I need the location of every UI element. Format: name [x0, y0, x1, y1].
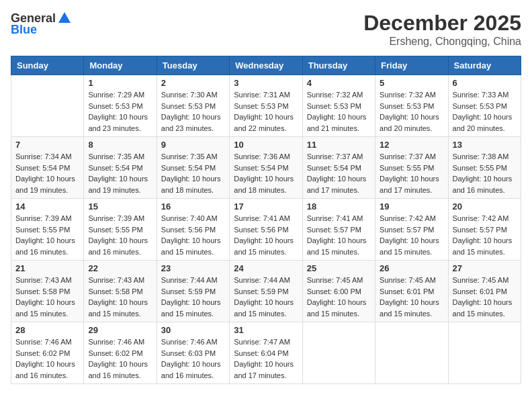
day-info: Sunrise: 7:35 AM Sunset: 5:54 PM Dayligh…	[88, 151, 152, 195]
table-row: 28Sunrise: 7:46 AM Sunset: 6:02 PM Dayli…	[11, 322, 84, 384]
calendar-week-1: 1Sunrise: 7:29 AM Sunset: 5:53 PM Daylig…	[11, 75, 521, 137]
day-info: Sunrise: 7:46 AM Sunset: 6:02 PM Dayligh…	[88, 336, 152, 381]
table-row: 8Sunrise: 7:35 AM Sunset: 5:54 PM Daylig…	[84, 137, 157, 199]
day-number: 10	[234, 140, 298, 150]
table-row: 15Sunrise: 7:39 AM Sunset: 5:55 PM Dayli…	[84, 199, 157, 261]
table-row: 27Sunrise: 7:45 AM Sunset: 6:01 PM Dayli…	[448, 261, 521, 322]
table-row: 1Sunrise: 7:29 AM Sunset: 5:53 PM Daylig…	[84, 75, 157, 137]
table-row: 18Sunrise: 7:41 AM Sunset: 5:57 PM Dayli…	[302, 199, 375, 261]
col-sunday: Sunday	[11, 56, 84, 75]
day-number: 1	[88, 78, 152, 88]
header: General Blue December 2025 Ersheng, Chon…	[11, 11, 521, 48]
table-row: 2Sunrise: 7:30 AM Sunset: 5:53 PM Daylig…	[157, 75, 229, 137]
svg-marker-0	[58, 12, 71, 23]
table-row	[302, 322, 375, 384]
table-row	[375, 322, 448, 384]
table-row: 12Sunrise: 7:37 AM Sunset: 5:55 PM Dayli…	[375, 137, 448, 199]
logo-text: General Blue	[11, 11, 73, 37]
table-row: 31Sunrise: 7:47 AM Sunset: 6:04 PM Dayli…	[230, 322, 302, 384]
day-number: 15	[88, 201, 152, 212]
table-row: 7Sunrise: 7:34 AM Sunset: 5:54 PM Daylig…	[11, 137, 84, 199]
day-info: Sunrise: 7:39 AM Sunset: 5:55 PM Dayligh…	[15, 213, 79, 257]
day-info: Sunrise: 7:45 AM Sunset: 6:01 PM Dayligh…	[453, 275, 517, 319]
table-row: 3Sunrise: 7:31 AM Sunset: 5:53 PM Daylig…	[230, 75, 302, 137]
day-info: Sunrise: 7:44 AM Sunset: 5:59 PM Dayligh…	[234, 275, 298, 319]
table-row: 20Sunrise: 7:42 AM Sunset: 5:57 PM Dayli…	[448, 199, 521, 261]
table-row: 17Sunrise: 7:41 AM Sunset: 5:56 PM Dayli…	[230, 199, 302, 261]
month-title: December 2025	[363, 11, 521, 36]
table-row: 9Sunrise: 7:35 AM Sunset: 5:54 PM Daylig…	[157, 137, 229, 199]
day-info: Sunrise: 7:34 AM Sunset: 5:54 PM Dayligh…	[15, 151, 79, 195]
day-info: Sunrise: 7:32 AM Sunset: 5:53 PM Dayligh…	[307, 89, 371, 134]
day-number: 6	[453, 78, 517, 88]
day-info: Sunrise: 7:41 AM Sunset: 5:57 PM Dayligh…	[307, 213, 371, 257]
day-number: 23	[161, 263, 225, 273]
table-row: 6Sunrise: 7:33 AM Sunset: 5:53 PM Daylig…	[448, 75, 521, 137]
table-row: 11Sunrise: 7:37 AM Sunset: 5:54 PM Dayli…	[302, 137, 375, 199]
day-info: Sunrise: 7:32 AM Sunset: 5:53 PM Dayligh…	[380, 89, 443, 134]
calendar-week-4: 21Sunrise: 7:43 AM Sunset: 5:58 PM Dayli…	[11, 261, 521, 322]
table-row: 30Sunrise: 7:46 AM Sunset: 6:03 PM Dayli…	[157, 322, 229, 384]
day-info: Sunrise: 7:29 AM Sunset: 5:53 PM Dayligh…	[88, 89, 152, 134]
calendar-header-row: Sunday Monday Tuesday Wednesday Thursday…	[11, 56, 521, 75]
table-row: 19Sunrise: 7:42 AM Sunset: 5:57 PM Dayli…	[375, 199, 448, 261]
title-area: December 2025 Ersheng, Chongqing, China	[363, 11, 521, 48]
day-number: 21	[15, 263, 79, 273]
table-row: 29Sunrise: 7:46 AM Sunset: 6:02 PM Dayli…	[84, 322, 157, 384]
day-number: 13	[453, 140, 517, 150]
day-number: 26	[380, 263, 443, 273]
day-number: 25	[307, 263, 371, 273]
logo: General Blue	[11, 11, 73, 37]
day-number: 30	[161, 325, 225, 335]
table-row	[448, 322, 521, 384]
col-saturday: Saturday	[448, 56, 521, 75]
table-row: 21Sunrise: 7:43 AM Sunset: 5:58 PM Dayli…	[11, 261, 84, 322]
table-row: 26Sunrise: 7:45 AM Sunset: 6:01 PM Dayli…	[375, 261, 448, 322]
day-info: Sunrise: 7:43 AM Sunset: 5:58 PM Dayligh…	[88, 275, 152, 319]
day-info: Sunrise: 7:45 AM Sunset: 6:01 PM Dayligh…	[380, 275, 443, 319]
day-number: 7	[15, 140, 79, 150]
day-number: 2	[161, 78, 225, 88]
location-title: Ersheng, Chongqing, China	[363, 36, 521, 48]
table-row: 5Sunrise: 7:32 AM Sunset: 5:53 PM Daylig…	[375, 75, 448, 137]
day-number: 5	[380, 78, 443, 88]
day-info: Sunrise: 7:39 AM Sunset: 5:55 PM Dayligh…	[88, 213, 152, 257]
day-number: 12	[380, 140, 443, 150]
day-number: 20	[453, 201, 517, 212]
day-number: 16	[161, 201, 225, 212]
day-info: Sunrise: 7:44 AM Sunset: 5:59 PM Dayligh…	[161, 275, 225, 319]
day-number: 9	[161, 140, 225, 150]
col-wednesday: Wednesday	[230, 56, 302, 75]
table-row: 23Sunrise: 7:44 AM Sunset: 5:59 PM Dayli…	[157, 261, 229, 322]
calendar-week-5: 28Sunrise: 7:46 AM Sunset: 6:02 PM Dayli…	[11, 322, 521, 384]
day-info: Sunrise: 7:37 AM Sunset: 5:55 PM Dayligh…	[380, 151, 443, 195]
calendar-week-3: 14Sunrise: 7:39 AM Sunset: 5:55 PM Dayli…	[11, 199, 521, 261]
table-row: 25Sunrise: 7:45 AM Sunset: 6:00 PM Dayli…	[302, 261, 375, 322]
day-number: 18	[307, 201, 371, 212]
day-info: Sunrise: 7:35 AM Sunset: 5:54 PM Dayligh…	[161, 151, 225, 195]
day-number: 22	[88, 263, 152, 273]
table-row: 13Sunrise: 7:38 AM Sunset: 5:55 PM Dayli…	[448, 137, 521, 199]
calendar-week-2: 7Sunrise: 7:34 AM Sunset: 5:54 PM Daylig…	[11, 137, 521, 199]
day-info: Sunrise: 7:36 AM Sunset: 5:54 PM Dayligh…	[234, 151, 298, 195]
table-row: 14Sunrise: 7:39 AM Sunset: 5:55 PM Dayli…	[11, 199, 84, 261]
col-tuesday: Tuesday	[157, 56, 229, 75]
day-number: 29	[88, 325, 152, 335]
day-info: Sunrise: 7:30 AM Sunset: 5:53 PM Dayligh…	[161, 89, 225, 134]
day-info: Sunrise: 7:41 AM Sunset: 5:56 PM Dayligh…	[234, 213, 298, 257]
day-number: 3	[234, 78, 298, 88]
calendar-table: Sunday Monday Tuesday Wednesday Thursday…	[11, 56, 521, 384]
day-info: Sunrise: 7:46 AM Sunset: 6:02 PM Dayligh…	[15, 336, 79, 381]
table-row: 22Sunrise: 7:43 AM Sunset: 5:58 PM Dayli…	[84, 261, 157, 322]
day-number: 19	[380, 201, 443, 212]
col-monday: Monday	[84, 56, 157, 75]
day-number: 14	[15, 201, 79, 212]
day-number: 17	[234, 201, 298, 212]
day-info: Sunrise: 7:42 AM Sunset: 5:57 PM Dayligh…	[380, 213, 443, 257]
day-info: Sunrise: 7:40 AM Sunset: 5:56 PM Dayligh…	[161, 213, 225, 257]
day-info: Sunrise: 7:42 AM Sunset: 5:57 PM Dayligh…	[453, 213, 517, 257]
day-info: Sunrise: 7:31 AM Sunset: 5:53 PM Dayligh…	[234, 89, 298, 134]
day-number: 24	[234, 263, 298, 273]
day-info: Sunrise: 7:45 AM Sunset: 6:00 PM Dayligh…	[307, 275, 371, 319]
table-row: 10Sunrise: 7:36 AM Sunset: 5:54 PM Dayli…	[230, 137, 302, 199]
